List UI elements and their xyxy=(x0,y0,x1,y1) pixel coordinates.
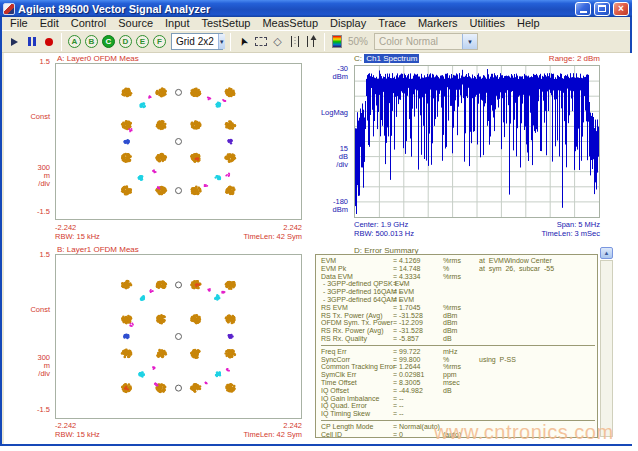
error-summary-row: Time Offset= 8.3005msec xyxy=(321,379,595,387)
spectrum-plot-svg xyxy=(355,66,599,217)
y-axis-min-label: -180dBm xyxy=(308,198,348,214)
panel-b-plot[interactable] xyxy=(55,254,302,419)
band-markers-icon xyxy=(289,35,301,48)
trace-button-c[interactable]: C xyxy=(102,35,115,48)
panel-a-plot[interactable] xyxy=(55,63,302,220)
menu-item-display[interactable]: Display xyxy=(324,17,372,30)
zoom-percent-label: 50% xyxy=(348,36,368,47)
error-value: = -- xyxy=(393,280,443,288)
panel-c-plot[interactable] xyxy=(354,65,600,218)
error-unit: dB xyxy=(443,387,479,395)
pointer-tool-button[interactable]: ➤ xyxy=(235,33,252,51)
marker-diamond-icon: ◇ xyxy=(273,35,281,48)
error-value: = 4.1269 xyxy=(393,257,443,265)
error-value: = 99.800 xyxy=(393,356,443,364)
trace-button-f[interactable]: F xyxy=(153,35,166,48)
trace-button-b[interactable]: B xyxy=(85,35,98,48)
error-value: = 0.02981 xyxy=(393,371,443,379)
peak-marker-tool-button[interactable] xyxy=(303,33,320,51)
error-note: using P-SS xyxy=(479,356,516,364)
center-freq-label: Center: 1.9 GHz xyxy=(354,220,408,229)
y-axis-min-label: -1.5 xyxy=(6,208,50,216)
menu-item-control[interactable]: Control xyxy=(65,17,112,30)
panel-c-title-highlight: Ch1 Spectrum xyxy=(364,54,419,63)
panel-a-title: A: Layer0 OFDM Meas xyxy=(57,54,139,63)
error-label: CP Length Mode xyxy=(321,423,393,431)
error-summary-row: IQ Timing Skew= -- xyxy=(321,410,595,418)
scroll-up-button[interactable]: ▲ xyxy=(600,247,613,259)
error-summary-row: - 3GPP-defined 16QAM EVM= -- xyxy=(321,288,595,296)
menu-item-utilities[interactable]: Utilities xyxy=(464,17,511,30)
menu-item-input[interactable]: Input xyxy=(159,17,195,30)
timelen-label: TimeLen: 42 Sym xyxy=(244,430,303,439)
color-mode-select[interactable]: Color Normal ▼ xyxy=(374,33,478,50)
error-value: = 1.2644 xyxy=(393,363,443,371)
error-summary-row: RS Rx. Power (Avg)= -31.528dBm xyxy=(321,327,595,335)
error-unit: %rms xyxy=(443,257,479,265)
error-value: = -31.528 xyxy=(393,327,443,335)
error-summary-row: Common Tracking Error= 1.2644%rms xyxy=(321,363,595,371)
error-unit xyxy=(443,395,479,403)
menu-item-markers[interactable]: Markers xyxy=(412,17,464,30)
grid-layout-select[interactable]: Grid 2x2 ▼ xyxy=(171,33,223,50)
chevron-down-icon[interactable]: ▼ xyxy=(462,34,477,49)
pause-button[interactable] xyxy=(23,33,40,51)
close-button[interactable]: × xyxy=(613,2,629,16)
chevron-down-icon[interactable]: ▼ xyxy=(218,34,225,49)
marker-diamond-tool-button[interactable]: ◇ xyxy=(269,33,286,51)
y-axis-max-label: -30dBm xyxy=(308,65,348,81)
band-markers-tool-button[interactable] xyxy=(286,33,303,51)
menu-item-help[interactable]: Help xyxy=(511,17,546,30)
error-summary-section: EVM= 4.1269%rmsat EVMWindow CenterEVM Pk… xyxy=(321,257,595,343)
error-label: RS Tx. Power (Avg) xyxy=(321,312,393,320)
play-button[interactable] xyxy=(6,33,23,51)
y-axis-max-label: 1.5 xyxy=(6,58,50,66)
error-unit: dBm xyxy=(443,319,479,327)
error-summary-row: RS EVM= 1.7045%rms xyxy=(321,304,595,312)
trace-button-d[interactable]: D xyxy=(119,35,132,48)
menu-item-edit[interactable]: Edit xyxy=(34,17,65,30)
panel-c-title[interactable]: C: Ch1 Spectrum xyxy=(354,54,419,63)
error-summary-body: EVM= 4.1269%rmsat EVMWindow CenterEVM Pk… xyxy=(321,257,595,438)
record-button[interactable] xyxy=(40,33,57,51)
peak-marker-icon xyxy=(305,35,318,48)
timelen-label: TimeLen: 42 Sym xyxy=(244,232,303,241)
minimize-icon xyxy=(580,11,587,13)
error-label: Freq Err xyxy=(321,348,393,356)
maximize-button[interactable] xyxy=(594,2,610,16)
menu-item-file[interactable]: File xyxy=(4,17,34,30)
scrollbar-track[interactable] xyxy=(600,260,613,437)
error-value: = -12.209 xyxy=(393,319,443,327)
menu-item-testsetup[interactable]: TestSetup xyxy=(196,17,257,30)
error-summary-row: SymClk Err= 0.02981ppm xyxy=(321,371,595,379)
error-unit: % xyxy=(443,356,479,364)
menu-item-source[interactable]: Source xyxy=(112,17,159,30)
error-unit: dBm xyxy=(443,312,479,320)
error-unit xyxy=(443,296,479,304)
error-unit xyxy=(443,410,479,418)
trace-button-e[interactable]: E xyxy=(136,35,149,48)
menu-bar: FileEditControlSourceInputTestSetupMeasS… xyxy=(2,17,630,31)
trace-button-group: ABCDEF xyxy=(66,35,168,48)
menu-item-meassetup[interactable]: MeasSetup xyxy=(256,17,324,30)
rbw-label: RBW: 500.013 Hz xyxy=(354,229,414,238)
x-axis-labels: -2.2422.242 xyxy=(55,223,302,232)
title-bar[interactable]: Agilent 89600 Vector Signal Analyzer × xyxy=(0,0,632,17)
minimize-button[interactable] xyxy=(575,2,591,16)
menu-item-trace[interactable]: Trace xyxy=(372,17,412,30)
zoom-box-tool-button[interactable] xyxy=(252,33,269,51)
error-value: = -5.857 xyxy=(393,335,443,343)
error-unit: dB xyxy=(443,335,479,343)
error-summary-row: IQ Offset= -44.982dB xyxy=(321,387,595,395)
error-summary-panel[interactable]: EVM= 4.1269%rmsat EVMWindow CenterEVM Pk… xyxy=(315,254,598,438)
trace-button-a[interactable]: A xyxy=(68,35,81,48)
error-value: = -- xyxy=(393,288,443,296)
error-unit: %rms xyxy=(443,273,479,281)
y-axis-min-label: -1.5 xyxy=(6,406,50,414)
error-value: = 4.3334 xyxy=(393,273,443,281)
panel-c-footer-2: RBW: 500.013 HzTimeLen: 3 mSec xyxy=(354,229,600,238)
error-label: IQ Offset xyxy=(321,387,393,395)
error-value: = 8.3005 xyxy=(393,379,443,387)
error-unit: %rms xyxy=(443,363,479,371)
error-label: - 3GPP-defined 64QAM EVM xyxy=(321,296,393,304)
